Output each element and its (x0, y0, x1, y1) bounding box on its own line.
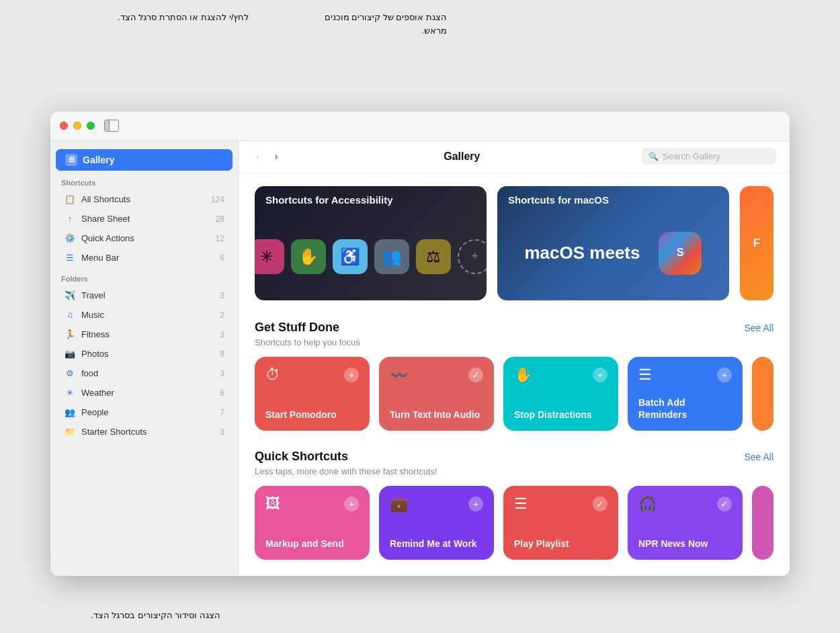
playlist-icon: ☰ (514, 495, 528, 513)
card-top-pomodoro: ⏱ + (265, 366, 359, 384)
card-play-playlist[interactable]: ☰ ✓ Play Playlist (503, 486, 618, 560)
section-header-quick-shortcuts: Quick Shortcuts See All (255, 450, 773, 464)
hero-card-accessibility[interactable]: Shortcuts for Accessibility ✳ ✋ ♿ 👥 ⚖ + (255, 186, 487, 300)
sidebar-item-gallery[interactable]: ⊞ Gallery (56, 149, 233, 171)
audio-check-btn[interactable]: ✓ (468, 368, 483, 382)
quick-shortcuts-cards: 🖼 + Markup and Send 💼 + (255, 486, 773, 560)
playlist-label: Play Playlist (514, 538, 607, 550)
photos-count: 8 (220, 349, 224, 359)
chip-sliders: ⚖ (416, 239, 451, 274)
fitness-icon: 🏃 (64, 329, 76, 341)
annotation-top-right: הצגת אוספים של קיצורים מוכנים מראש. (312, 11, 447, 39)
sidebar-item-all-shortcuts[interactable]: 📋 All Shortcuts 124 (54, 190, 234, 209)
menu-bar-label: Menu Bar (81, 253, 220, 263)
sidebar-item-food[interactable]: ⚙ food 3 (54, 364, 234, 383)
card-text-to-audio[interactable]: 〰️ ✓ Turn Text Into Audio (379, 357, 494, 431)
back-button[interactable]: ‹ (252, 148, 263, 165)
sidebar-item-starter-shortcuts[interactable]: 📁 Starter Shortcuts 3 (54, 423, 234, 441)
sidebar-toggle-button[interactable] (104, 120, 119, 132)
npr-icon: 🎧 (638, 495, 657, 513)
music-icon: ♫ (64, 309, 76, 321)
close-button[interactable] (60, 122, 68, 130)
card-remind-work[interactable]: 💼 + Remind Me at Work (379, 486, 494, 560)
starter-shortcuts-icon: 📁 (64, 426, 76, 438)
gallery-icon: ⊞ (65, 154, 77, 166)
get-stuff-done-title: Get Stuff Done (255, 321, 339, 335)
sidebar-item-music[interactable]: ♫ Music 2 (54, 306, 234, 325)
maximize-button[interactable] (87, 122, 95, 130)
folders-section-label: Folders (50, 268, 238, 286)
photos-icon: 📷 (64, 348, 76, 360)
sidebar-item-quick-actions[interactable]: ⚙️ Quick Actions 12 (54, 229, 234, 248)
macos-meets-content: macOS meets (525, 232, 702, 275)
quick-actions-icon: ⚙️ (64, 233, 76, 245)
distractions-add-btn[interactable]: + (593, 368, 607, 382)
people-icon: 👥 (64, 407, 76, 419)
search-box[interactable]: 🔍 (642, 148, 776, 165)
reminders-add-btn[interactable]: + (717, 368, 732, 382)
search-input[interactable] (663, 151, 769, 161)
card-start-pomodoro[interactable]: ⏱ + Start Pomodoro (255, 357, 370, 431)
remind-label: Remind Me at Work (390, 538, 483, 550)
sidebar-item-people[interactable]: 👥 People 7 (54, 403, 234, 422)
get-stuff-done-see-all[interactable]: See All (744, 323, 773, 333)
remind-icon: 💼 (390, 495, 408, 513)
minimize-button[interactable] (73, 122, 81, 130)
macos-meets-text: macOS meets (525, 243, 640, 263)
music-count: 2 (220, 310, 224, 320)
card-top-markup: 🖼 + (265, 495, 359, 513)
get-stuff-done-section: Get Stuff Done See All Shortcuts to help… (255, 321, 773, 431)
hero-row: Shortcuts for Accessibility ✳ ✋ ♿ 👥 ⚖ + (255, 186, 773, 300)
forward-button[interactable]: › (270, 148, 282, 165)
sidebar-item-fitness[interactable]: 🏃 Fitness 3 (54, 325, 234, 344)
card-top-audio: 〰️ ✓ (390, 366, 483, 384)
card-batch-reminders[interactable]: ☰ + Batch Add Reminders (628, 357, 743, 431)
sidebar: ⊞ Gallery Shortcuts 📋 All Shortcuts 124 … (50, 141, 239, 576)
get-stuff-done-cards: ⏱ + Start Pomodoro 〰️ ✓ (255, 357, 773, 431)
markup-label: Markup and Send (265, 538, 359, 550)
card-markup-send[interactable]: 🖼 + Markup and Send (255, 486, 370, 560)
annotation-bottom-left: הצגה וסידור הקיצורים בסרגל הצד. (91, 609, 220, 623)
shortcuts-section-label: Shortcuts (50, 172, 238, 189)
food-label: food (81, 368, 220, 378)
pomodoro-label: Start Pomodoro (265, 409, 359, 421)
weather-icon: ☀ (64, 387, 76, 399)
scroll-content: Shortcuts for Accessibility ✳ ✋ ♿ 👥 ⚖ + (239, 173, 790, 576)
menu-bar-icon: ☰ (64, 252, 76, 264)
card-npr-news[interactable]: 🎧 ✓ NPR News Now (628, 486, 743, 560)
sidebar-item-menu-bar[interactable]: ☰ Menu Bar 6 (54, 249, 234, 267)
distractions-label: Stop Distractions (514, 409, 607, 421)
food-count: 3 (220, 369, 224, 378)
sidebar-item-weather[interactable]: ☀ Weather 6 (54, 384, 234, 403)
remind-add-btn[interactable]: + (468, 497, 483, 511)
all-shortcuts-label: All Shortcuts (81, 194, 211, 204)
card-top-remind: 💼 + (390, 495, 483, 513)
reminders-label: Batch Add Reminders (638, 396, 732, 421)
card-stop-distractions[interactable]: ✋ + Stop Distractions (503, 357, 618, 431)
music-label: Music (81, 310, 220, 320)
sidebar-item-travel[interactable]: ✈️ Travel 3 (54, 286, 234, 305)
travel-icon: ✈️ (64, 290, 76, 302)
audio-label: Turn Text Into Audio (390, 409, 483, 421)
gallery-label: Gallery (83, 155, 114, 165)
pomodoro-add-btn[interactable]: + (344, 368, 359, 382)
markup-add-btn[interactable]: + (344, 497, 359, 511)
sidebar-item-share-sheet[interactable]: ↑ Share Sheet 28 (54, 210, 234, 228)
card-top-playlist: ☰ ✓ (514, 495, 607, 513)
annotation-top-left: לחץ/י להצגת או הסתרת סרגל הצד. (118, 11, 249, 25)
chip-people: 👥 (374, 239, 409, 274)
quick-actions-count: 12 (216, 234, 224, 243)
hero-card-macos[interactable]: Shortcuts for macOS macOS meets (497, 186, 729, 300)
svg-text:S: S (677, 247, 684, 258)
quick-shortcuts-see-all[interactable]: See All (744, 452, 773, 462)
hero-card-third: F (740, 186, 773, 300)
share-sheet-label: Share Sheet (81, 214, 216, 224)
share-sheet-icon: ↑ (64, 213, 76, 225)
photos-label: Photos (81, 349, 220, 359)
npr-check-btn[interactable]: ✓ (717, 497, 732, 511)
starter-shortcuts-count: 3 (220, 427, 224, 437)
search-icon: 🔍 (648, 152, 659, 161)
playlist-check-btn[interactable]: ✓ (593, 497, 607, 511)
menu-bar-count: 6 (220, 253, 224, 263)
sidebar-item-photos[interactable]: 📷 Photos 8 (54, 345, 234, 364)
